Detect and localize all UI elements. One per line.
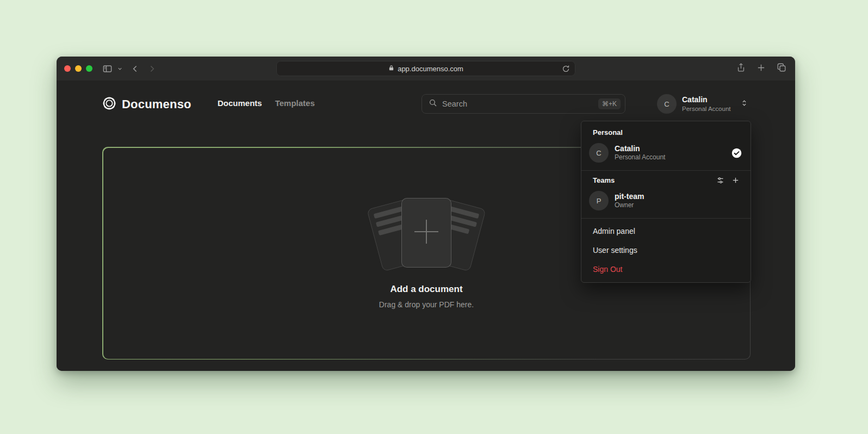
documenso-logo [102,96,116,113]
check-circle-icon [731,148,742,158]
search-icon [429,98,437,109]
nav-documents[interactable]: Documents [218,98,262,108]
back-icon[interactable] [131,64,140,73]
document-card-add [401,198,451,268]
menu-item-admin-panel[interactable]: Admin panel [581,222,751,241]
browser-viewport: Documenso Documents Templates ⌘+K C Cata… [57,80,795,371]
zoom-window-button[interactable] [86,65,92,72]
search-input[interactable] [442,100,593,108]
personal-heading-label: Personal [593,128,623,137]
minimize-window-button[interactable] [75,65,82,72]
toolbar-left [102,64,157,74]
add-team-icon[interactable] [731,176,740,184]
tab-overview-icon[interactable] [777,63,786,75]
window-controls [64,65,92,72]
search-field[interactable]: ⌘+K [421,94,625,114]
lock-icon [388,65,394,73]
avatar: C [657,94,677,114]
toolbar-right [736,57,786,80]
personal-section-heading: Personal [581,126,751,139]
personal-account-subtitle: Personal Account [615,153,665,162]
dropzone-title: Add a document [390,284,462,295]
team-role: Owner [615,201,644,210]
teams-section-heading: Teams [581,174,751,187]
chevron-down-icon[interactable] [117,66,123,72]
main-nav: Documents Templates [218,98,315,108]
dropzone-subtitle: Drag & drop your PDF here. [379,300,474,309]
browser-window: app.documenso.com [57,57,795,371]
team-name: pit-team [615,191,644,201]
reload-icon[interactable] [562,65,570,75]
avatar: C [589,143,609,163]
menu-separator [581,218,751,219]
account-type: Personal Account [682,105,731,113]
menu-item-user-settings[interactable]: User settings [581,241,751,260]
menu-separator [581,170,751,171]
search-shortcut-badge: ⌘+K [598,98,621,109]
account-name: Catalin [682,95,731,105]
forward-icon[interactable] [147,64,157,73]
address-bar[interactable]: app.documenso.com [276,61,575,76]
share-icon[interactable] [736,63,746,75]
browser-titlebar: app.documenso.com [57,57,795,80]
menu-item-sign-out[interactable]: Sign Out [581,260,751,279]
account-menu-button[interactable]: C Catalin Personal Account [657,94,748,114]
personal-account-item[interactable]: C Catalin Personal Account [581,139,751,168]
chevrons-up-down-icon [741,99,748,109]
brand-name: Documenso [122,97,191,111]
close-window-button[interactable] [64,65,71,72]
team-preferences-icon[interactable] [716,176,724,184]
personal-account-name: Catalin [615,144,665,153]
nav-templates[interactable]: Templates [275,98,315,108]
account-dropdown-menu: Personal C Catalin Personal Account Team… [581,121,751,283]
teams-heading-label: Teams [593,176,615,184]
plus-icon [413,219,439,247]
team-avatar: P [589,191,609,210]
brand[interactable]: Documenso [102,96,191,113]
sidebar-toggle-icon[interactable] [102,64,113,74]
address-bar-url: app.documenso.com [398,65,463,73]
new-tab-icon[interactable] [757,63,766,75]
document-cards-graphic [367,198,486,270]
team-item[interactable]: P pit-team Owner [581,187,751,215]
desktop-background: app.documenso.com [0,0,868,434]
